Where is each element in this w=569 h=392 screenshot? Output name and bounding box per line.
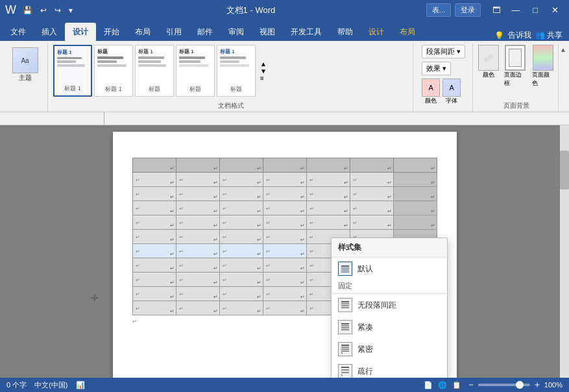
tab-design[interactable]: 设计 — [65, 23, 96, 41]
dropdown-item-tight[interactable]: 紧密 — [332, 338, 447, 360]
status-bar: 0 个字 中文(中国) 📊 📄 🌐 📋 － ＋ 100% — [0, 378, 569, 392]
ribbon-extra-actions: 💡 告诉我 👥 共享 — [423, 30, 569, 41]
dropdown-item-default[interactable]: 默认 — [332, 258, 447, 280]
zoom-slider[interactable] — [478, 384, 530, 386]
tab-file[interactable]: 文件 — [3, 23, 34, 41]
zoom-out-btn[interactable]: － — [466, 379, 476, 391]
share-btn[interactable]: 👥 共享 — [535, 30, 563, 41]
tight-label: 紧密 — [357, 344, 373, 355]
tab-help[interactable]: 帮助 — [330, 23, 361, 41]
tab-insert[interactable]: 插入 — [34, 23, 65, 41]
window-title: 文档1 - Word — [75, 5, 426, 16]
tab-view[interactable]: 视图 — [252, 23, 283, 41]
zoom-thumb — [516, 381, 524, 389]
style-label-2: 标题 1 — [97, 85, 130, 93]
tell-me-btn[interactable]: 告诉我 — [508, 30, 531, 41]
move-cursor-indicator: ✛ — [91, 293, 99, 303]
undo-quick-btn[interactable]: ↩ — [38, 5, 49, 16]
zoom-level: 100% — [544, 381, 563, 389]
tab-review[interactable]: 审阅 — [221, 23, 252, 41]
tab-layout[interactable]: 布局 — [127, 23, 158, 41]
style-scroll-up[interactable]: ▲ — [260, 60, 267, 67]
docformat-group-label: 文档格式 — [218, 100, 244, 110]
page-border-btn[interactable]: 页面颜色 — [532, 45, 555, 88]
para-spacing-btn[interactable]: 段落间距 ▾ — [422, 45, 465, 58]
lightbulb-icon[interactable]: 💡 — [494, 31, 504, 40]
window-controls: 表... 登录 🗔 — □ ✕ — [426, 1, 564, 19]
login-btn[interactable]: 登录 — [455, 3, 481, 17]
font-btn[interactable]: A 字体 — [442, 79, 461, 105]
table-row — [132, 158, 437, 173]
ribbon-tabs: 文件 插入 设计 开始 布局 引用 邮件 审阅 视图 开发工具 帮助 设计 布局… — [0, 20, 569, 41]
ribbon-collapse-btn[interactable]: ▲ — [560, 43, 566, 112]
ribbon-content: Aa 主题 标题 1 标题 1 — [0, 41, 569, 112]
style-item-4[interactable]: 标题 1 标题 — [176, 45, 215, 97]
doc-scroll-area[interactable]: ✛ ↵ — [0, 125, 569, 378]
style-item-2[interactable]: 标题 标题 1 — [94, 45, 133, 97]
page-color-icon: A — [422, 79, 440, 97]
view-read-btn[interactable]: 📋 — [452, 381, 461, 389]
font-label: 字体 — [446, 97, 457, 105]
page-color-label: 页面边框 — [504, 71, 527, 88]
style-item-5[interactable]: 标题 1 标题 — [217, 45, 256, 97]
dropdown-title: 样式集 — [332, 238, 447, 258]
theme-group-content: Aa 主题 — [8, 45, 42, 110]
style-expand[interactable]: ≡ — [260, 75, 267, 82]
language: 中文(中国) — [34, 380, 67, 390]
color-label: 颜色 — [425, 97, 437, 105]
dropdown-item-no-spacing[interactable]: 无段落间距 — [332, 294, 447, 316]
table-row: ↵ ↵ ↵ ↵ ↵ ↵ — [132, 201, 437, 215]
close-btn[interactable]: ✕ — [546, 1, 564, 19]
save-quick-btn[interactable]: 💾 — [20, 5, 35, 16]
macro-icon[interactable]: 📊 — [76, 381, 85, 389]
style-item-1[interactable]: 标题 1 标题 1 — [53, 45, 92, 97]
watermark-btn[interactable]: 水印 颜色 — [478, 45, 499, 79]
page-border-label: 页面颜色 — [532, 71, 555, 88]
redo-quick-btn[interactable]: ↪ — [52, 5, 64, 16]
color-btn[interactable]: A 颜色 — [422, 79, 440, 105]
style-label-4: 标题 — [179, 85, 212, 93]
status-left: 0 个字 中文(中国) 📊 — [6, 380, 85, 390]
zoom-in-btn[interactable]: ＋ — [533, 379, 542, 391]
dropdown-item-open[interactable]: 疏行 — [332, 360, 447, 378]
view-web-btn[interactable]: 🌐 — [438, 381, 447, 389]
maximize-btn[interactable]: □ — [526, 1, 544, 19]
style-item-3[interactable]: 标题 1 标题 — [135, 45, 174, 97]
ribbon-group-docformat: 标题 1 标题 1 标题 — [49, 43, 413, 112]
title-bar: W 💾 ↩ ↪ ▾ 文档1 - Word 表... 登录 🗔 — □ ✕ — [0, 0, 569, 20]
table-btn[interactable]: 表... — [426, 3, 451, 17]
vertical-scrollbar[interactable] — [560, 125, 569, 378]
dropdown-item-compact[interactable]: 紧凑 — [332, 316, 447, 338]
page-color-btn[interactable]: 页面边框 — [504, 45, 527, 88]
minimize-btn[interactable]: — — [507, 1, 525, 19]
word-count: 0 个字 — [6, 380, 27, 390]
tight-icon — [338, 342, 352, 356]
style-scroll-down[interactable]: ▼ — [260, 67, 267, 75]
style-scroll-btns: ▲ ▼ ≡ — [258, 60, 267, 82]
effects-btn[interactable]: 效果 ▾ — [422, 62, 451, 75]
theme-btn[interactable]: Aa 主题 — [8, 45, 42, 85]
main-content: 文件 插入 设计 开始 布局 引用 邮件 审阅 视图 开发工具 帮助 设计 布局… — [0, 20, 569, 392]
tab-table-layout[interactable]: 布局 — [392, 23, 423, 41]
zoom-control: － ＋ 100% — [466, 379, 563, 391]
table-row: ↵ ↵ ↵ ↵ ↵ ↵ — [132, 173, 437, 187]
watermark-label: 颜色 — [483, 71, 494, 79]
tab-table-design[interactable]: 设计 — [361, 23, 392, 41]
watermark-icon: 水印 — [478, 45, 499, 71]
scrollbar-thumb[interactable] — [560, 151, 569, 190]
table-row: ↵ ↵ ↵ ↵ ↵ ↵ — [132, 187, 437, 201]
tab-developer[interactable]: 开发工具 — [283, 23, 330, 41]
tab-mail[interactable]: 邮件 — [189, 23, 221, 41]
font-icon: A — [442, 79, 461, 97]
tab-home[interactable]: 开始 — [96, 23, 127, 41]
tab-references[interactable]: 引用 — [158, 23, 189, 41]
theme-icon: Aa — [12, 47, 38, 73]
open-icon — [338, 364, 352, 378]
window-icon-btn[interactable]: 🗔 — [487, 1, 505, 19]
style-label-5: 标题 — [220, 85, 252, 93]
quick-access-toolbar: 💾 ↩ ↪ ▾ — [20, 5, 75, 16]
customize-quick-btn[interactable]: ▾ — [66, 5, 75, 16]
ruler — [0, 112, 569, 125]
view-print-btn[interactable]: 📄 — [424, 381, 433, 389]
spacing-content: 段落间距 ▾ 效果 ▾ A 颜色 A 字体 — [422, 45, 465, 110]
